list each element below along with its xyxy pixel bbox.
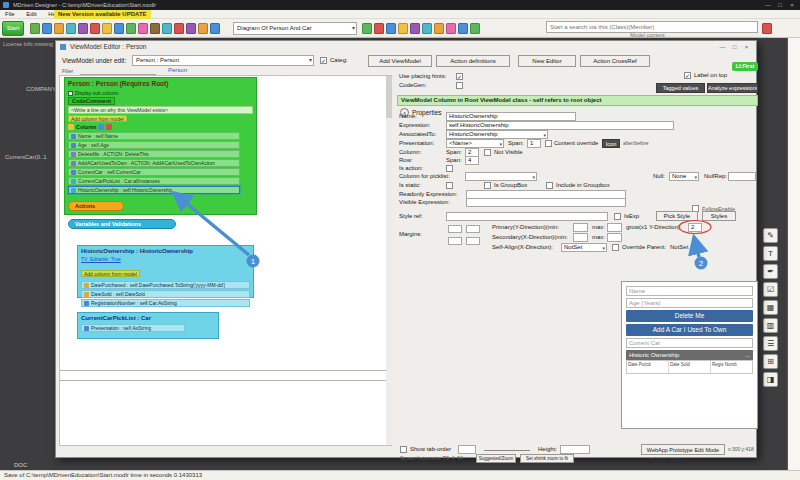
table-tool-icon[interactable]: ▥ [763,318,778,333]
height-field[interactable] [560,445,590,454]
expression-field[interactable]: self.HistoricOwnership [446,121,674,130]
content-override-checkbox[interactable] [545,140,552,147]
toolbar-icon[interactable] [114,23,124,34]
viewmodel-column-item[interactable]: Presentation : self.AsString [81,324,185,332]
margin-right-field[interactable] [466,225,480,233]
tree-item[interactable]: CurrentCar(0..1 [5,154,47,160]
toolbar-icon[interactable] [362,23,372,34]
toolbar-icon[interactable] [422,23,432,34]
is-static-checkbox[interactable] [446,182,453,189]
add-column-link[interactable]: Add column from model [68,115,127,122]
code-comment-chip[interactable]: CodeComment [68,97,115,105]
viewmodel-column-item[interactable]: RegistrationNumber : self.Car.AsString [81,299,250,307]
grid-column-header[interactable]: Date Sold [669,361,711,373]
primary-min-field[interactable] [573,223,588,232]
visible-expression-field[interactable] [466,198,626,207]
preview-current-car-field[interactable]: Current Car [626,338,753,348]
canvas-splitter[interactable] [60,380,391,381]
toolbar-icon[interactable] [90,23,100,34]
toolbar-icon[interactable] [446,23,456,34]
filter-input[interactable] [80,67,156,75]
historic-ownership-box[interactable]: HistoricOwnership : HistoricOwnership TV… [77,245,254,298]
self-align-select[interactable]: NotSet [561,243,607,252]
preview-historic-header[interactable]: Historic Ownership ... [626,350,753,360]
viewmodel-column-item[interactable]: DeleteMe : ACTION: DeleteThis [68,150,240,158]
tab-order-field[interactable] [458,445,476,454]
editor-maximize-button[interactable]: □ [729,42,740,52]
preview-delete-button[interactable]: Delete Me [626,310,753,322]
new-editor-button[interactable]: New Editor [518,55,576,67]
pen-tool-icon[interactable]: ✒ [763,264,778,279]
picklist-box[interactable]: CurrentCarPickList : Car Presentation : … [77,312,219,339]
app-maximize-button[interactable]: □ [774,0,786,10]
secondary-max-field[interactable] [607,233,622,242]
viewmodel-column-item[interactable]: CurrentCar : self.CurrentCar [68,168,240,176]
toolbar-icon[interactable] [398,23,408,34]
start-button[interactable]: Start [2,21,24,36]
diagram-canvas[interactable]: Person : Person (Requires Root) Display … [59,75,392,446]
column-header-row[interactable]: Column [68,123,253,131]
text-tool-icon[interactable]: T [763,246,778,261]
isexp-checkbox[interactable] [614,213,621,220]
more-icon[interactable]: ... [745,350,750,360]
primary-max-field[interactable] [607,223,622,232]
editor-close-button[interactable]: × [741,42,752,52]
margin-left-field[interactable] [466,237,480,245]
update-notice[interactable]: New Version available UPDATE [54,10,151,19]
panel-tool-icon[interactable]: ◨ [763,372,778,387]
grid-column-header[interactable]: Regis Numb [711,361,752,373]
display-sub-column-checkbox[interactable] [68,91,73,96]
style-ref-field[interactable] [446,212,608,221]
icon-button[interactable]: Icon [602,139,620,148]
webapp-prototype-button[interactable]: WebApp Prototype Edit Mode [641,444,725,455]
styles-button[interactable]: Styles [702,211,736,221]
toolbar-icon[interactable] [30,23,40,34]
app-close-button[interactable]: × [786,0,798,10]
app-minimize-button[interactable]: — [762,0,774,10]
viewmodel-column-item[interactable]: Age : self.Age [68,141,240,149]
shrink-zoom-button[interactable]: Set shrink zoom to fit [520,454,574,463]
menu-item-file[interactable]: File [0,10,20,19]
toolbar-icon[interactable] [162,23,172,34]
toolbar-icon[interactable] [470,23,480,34]
width-slider[interactable] [484,450,530,451]
label-on-top-checkbox[interactable] [684,72,691,79]
preview-add-car-button[interactable]: Add A Car I Used To Own [626,324,753,336]
grid-tool-icon[interactable]: ▦ [763,300,778,315]
doc-tab[interactable]: DOC [14,462,27,468]
layout-tool-icon[interactable]: ⊞ [763,354,778,369]
grid-column-header[interactable]: Date Purcd [627,361,669,373]
scrollbar-thumb[interactable] [386,76,392,118]
toolbar-icon[interactable] [386,23,396,34]
add-viewmodel-button[interactable]: Add ViewModel [368,55,432,67]
toolbar-icon[interactable] [210,23,220,34]
menu-item-edit[interactable]: Edit [21,10,41,19]
analyze-expressions-button[interactable]: Analyze expressions [707,83,758,93]
suggested-zoom-button[interactable]: Suggested/Zoom [476,454,516,463]
list-tool-icon[interactable]: ☰ [763,336,778,351]
presentation-select[interactable]: <Name> [446,139,504,148]
include-groupbox-checkbox[interactable] [546,182,553,189]
categ-checkbox[interactable] [320,57,327,64]
toolbar-icon[interactable] [42,23,52,34]
viewmodel-column-item[interactable]: AddACarIUsedToOwn : ACTION: AddACarIUsed… [68,159,240,167]
is-action-checkbox[interactable] [446,165,453,172]
picklist-select[interactable] [465,172,537,181]
is-groupbox-checkbox[interactable] [484,182,491,189]
margin-bottom-field[interactable] [448,237,462,245]
action-crossref-button[interactable]: Action CrossRef [580,55,650,67]
toolbar-icon[interactable] [102,23,112,34]
toolbar-icon[interactable] [54,23,64,34]
row-span-field[interactable]: 4 [465,156,479,165]
checkbox-tool-icon[interactable]: ☑ [763,282,778,297]
not-visible-checkbox[interactable] [484,149,491,156]
tagged-values-button[interactable]: Tagged values [656,83,705,93]
viewmodel-selector[interactable]: Person : Person [132,55,314,66]
toolbar-icon[interactable] [78,23,88,34]
grow-field[interactable]: 2 [688,223,702,232]
toolbar-icon[interactable] [66,23,76,34]
actions-expander[interactable]: Actions [68,201,124,211]
add-column-link[interactable]: Add column from model [81,270,140,277]
viewmodel-column-item[interactable]: DateSold : self.DateSold [81,290,250,298]
viewmodel-column-item[interactable]: CurrentCarPickList : Car.allInstances [68,177,240,185]
